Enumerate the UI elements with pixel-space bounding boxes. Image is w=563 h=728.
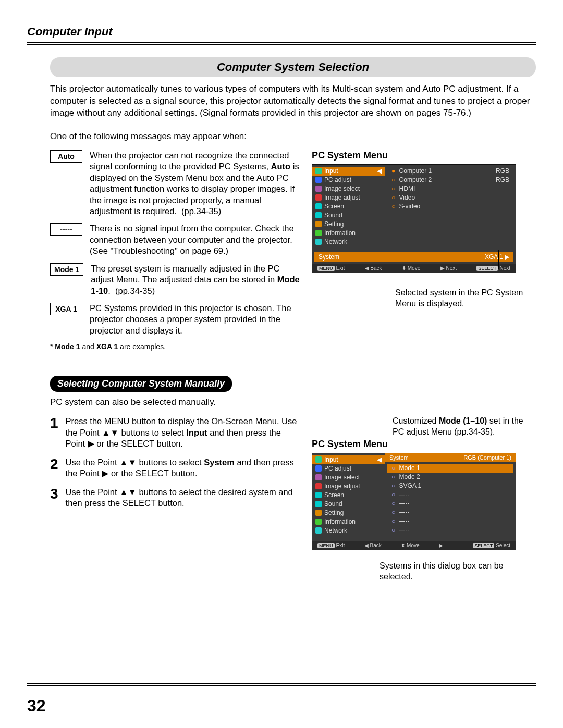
step-number: 3 [50,487,58,509]
menu-icon [315,239,322,245]
menu-icon [315,186,322,192]
page-header: Computer Input [27,25,536,39]
menu2-title: PC System Menu [312,439,536,450]
menu-left-item: Input◀ [312,455,385,464]
menu-icon [315,212,322,218]
menu-right-item: ○ SVGA 1 [387,482,513,490]
menu-right-item: ○ Mode 2 [387,473,513,482]
menu-icon [315,203,322,209]
menu-left-item: Setting [312,509,385,517]
menu-icon [315,519,322,525]
menu-icon [315,168,322,174]
menu-right-item: ○ ----- [387,517,513,526]
menu-left-item: Screen [312,491,385,500]
subsection-title: Selecting Computer System Manually [50,376,232,392]
menu-left-item: Sound [312,500,385,509]
step-number: 1 [50,416,58,449]
menu-right-item: ○ Video [387,193,513,202]
menu-icon [315,230,322,236]
menu-icon [315,492,322,498]
label-box: XGA 1 [50,303,82,315]
step-desc: Press the MENU button to display the On-… [66,416,300,449]
step-desc: Use the Point ▲▼ buttons to select Syste… [66,457,300,479]
menu-left-item: Input◀ [312,167,385,176]
label-box: Mode 1 [50,263,83,276]
menu-icon [315,474,322,480]
label-box: ----- [50,223,82,236]
msg-desc: When the projector can not recognize the… [90,150,300,217]
menu-icon [315,456,322,463]
menu-left-item: Image select [312,473,385,482]
menu-left-item: Image select [312,184,385,193]
menu-left-item: Network [312,526,385,535]
menu-left-item: Screen [312,202,385,211]
menu-left-item: PC adjust [312,464,385,473]
footnote: * Mode 1 and XGA 1 are examples. [50,342,300,351]
menu-left-item: Image adjust [312,193,385,202]
step-number: 2 [50,457,58,479]
menu-icon [315,177,322,183]
page-number: 32 [27,696,46,715]
menu2-top-caption: Customized Mode (1–10) set in the PC adj… [393,416,536,438]
system-row: SystemXGA 1 ▶ [314,252,513,262]
menu-right-item: ○ S-video [387,202,513,211]
step-desc: Use the Point ▲▼ buttons to select the d… [66,487,300,509]
intro-text: This projector automatically tunes to va… [50,83,536,119]
menu2-caption: Systems in this dialog box can be select… [380,561,536,583]
menu-left-item: Information [312,229,385,238]
label-box: Auto [50,150,82,163]
menu-left-item: Information [312,517,385,526]
menu-icon [315,221,322,227]
msg-desc: PC Systems provided in this projector is… [90,303,300,336]
menu-icon [315,527,322,534]
menu-right-item: ○ ----- [387,499,513,508]
menu-icon [315,465,322,472]
msg-desc: There is no signal input from the comput… [90,223,300,256]
menu-right-item: ● Computer 1RGB [387,167,513,176]
menu-right-item: ○ ----- [387,526,513,535]
section-title: Computer System Selection [50,57,536,77]
menu1-title: PC System Menu [312,150,536,161]
menu-right-item: ○ ----- [387,508,513,517]
menu-right-item: ○ Computer 2RGB [387,176,513,184]
menu-right-item: ○ HDMI [387,184,513,193]
menu-left-item: PC adjust [312,176,385,184]
menu-icon [315,501,322,507]
manual-intro: PC system can also be selected manually. [50,397,536,408]
pc-system-menu-2: Input◀PC adjustImage selectImage adjustS… [312,453,516,550]
menu-left-item: Setting [312,220,385,229]
msg-desc: The preset system is manually adjusted i… [91,263,300,297]
menu-icon [315,510,322,516]
menu-left-item: Network [312,238,385,246]
intro-text-2: One of the following messages may appear… [50,131,536,143]
menu-icon [315,483,322,489]
menu-icon [315,194,322,201]
menu1-caption: Selected system in the PC System Menu is… [395,288,536,310]
pc-system-menu-1: Input◀PC adjustImage selectImage adjustS… [312,164,516,273]
menu-right-item: ○ ----- [387,490,513,499]
menu-left-item: Sound [312,211,385,220]
menu-right-item: ○ Mode 1 [387,464,513,473]
menu-left-item: Image adjust [312,482,385,491]
